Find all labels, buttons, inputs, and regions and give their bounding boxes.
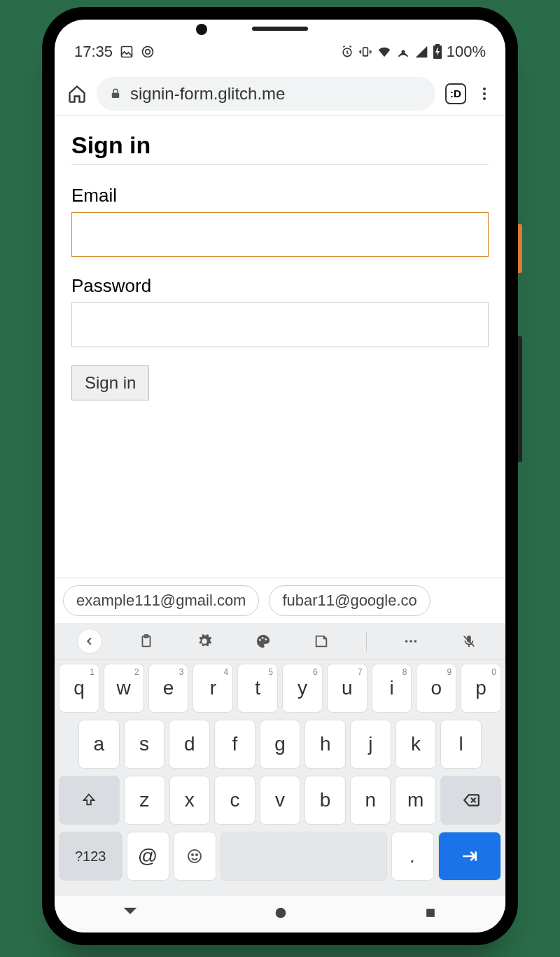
- svg-rect-4: [363, 48, 368, 56]
- svg-point-2: [146, 50, 150, 55]
- key-a[interactable]: a: [78, 720, 120, 769]
- shift-key[interactable]: [59, 776, 120, 825]
- page-title: Sign in: [71, 132, 489, 165]
- svg-point-25: [276, 907, 286, 918]
- alarm-icon: [340, 45, 354, 59]
- svg-point-19: [414, 640, 417, 643]
- svg-rect-8: [112, 92, 120, 98]
- key-y[interactable]: 6y: [282, 664, 323, 713]
- key-f[interactable]: f: [214, 720, 255, 769]
- key-k[interactable]: k: [396, 720, 437, 769]
- on-screen-keyboard: 1q2w3e4r5t6y7u8i9o0p asdfghjkl zxcvbnm ?…: [55, 623, 505, 895]
- svg-point-9: [483, 88, 486, 90]
- key-g[interactable]: g: [260, 720, 301, 769]
- svg-point-1: [143, 47, 153, 57]
- svg-point-18: [410, 640, 412, 643]
- svg-point-14: [259, 638, 261, 641]
- emoji-key[interactable]: [174, 832, 216, 881]
- home-nav-icon[interactable]: [273, 905, 288, 923]
- power-button: [518, 224, 522, 273]
- key-l[interactable]: l: [440, 720, 482, 769]
- browser-toolbar: signin-form.glitch.me :D: [55, 71, 505, 116]
- toolbar-divider: [366, 631, 367, 651]
- keyboard-row-2: asdfghjkl: [59, 720, 501, 769]
- gear-icon[interactable]: [190, 627, 218, 655]
- key-z[interactable]: z: [124, 776, 165, 825]
- svg-point-17: [405, 640, 408, 643]
- period-key[interactable]: .: [391, 832, 434, 881]
- palette-icon[interactable]: [249, 627, 277, 655]
- key-p[interactable]: 0p: [461, 664, 501, 713]
- email-field[interactable]: [71, 212, 489, 257]
- svg-point-22: [188, 850, 201, 862]
- svg-point-24: [196, 854, 197, 855]
- front-camera: [196, 24, 207, 35]
- status-time: 17:35: [74, 43, 113, 61]
- autofill-suggestions: example111@gmail.com fubar11@google.co: [55, 578, 505, 623]
- key-e[interactable]: 3e: [148, 664, 189, 713]
- svg-rect-0: [122, 47, 132, 57]
- sticker-icon[interactable]: [307, 627, 335, 655]
- svg-rect-26: [426, 909, 435, 917]
- key-h[interactable]: h: [304, 720, 346, 769]
- back-nav-icon[interactable]: [122, 905, 138, 923]
- suggestion-chip[interactable]: example111@gmail.com: [63, 585, 259, 616]
- menu-dots-icon[interactable]: [476, 85, 493, 102]
- earpiece-speaker: [252, 27, 308, 31]
- recent-nav-icon[interactable]: [424, 906, 438, 923]
- svg-rect-7: [435, 44, 440, 46]
- url-text: signin-form.glitch.me: [130, 84, 285, 104]
- key-x[interactable]: x: [169, 776, 211, 825]
- keyboard-row-3: zxcvbnm: [59, 776, 501, 825]
- key-c[interactable]: c: [214, 776, 255, 825]
- key-u[interactable]: 7u: [327, 664, 368, 713]
- address-bar[interactable]: signin-form.glitch.me: [97, 77, 435, 111]
- key-o[interactable]: 9o: [416, 664, 456, 713]
- volume-button: [518, 336, 522, 462]
- enter-key[interactable]: [438, 832, 502, 881]
- hotspot-icon: [396, 45, 410, 59]
- suggestion-chip[interactable]: fubar11@google.co: [269, 585, 430, 616]
- android-navbar: [55, 895, 505, 932]
- svg-point-16: [265, 638, 267, 640]
- more-dots-icon[interactable]: [397, 627, 425, 655]
- signin-button[interactable]: Sign in: [71, 365, 149, 400]
- key-i[interactable]: 8i: [372, 664, 412, 713]
- password-label: Password: [71, 275, 489, 297]
- key-j[interactable]: j: [350, 720, 391, 769]
- key-v[interactable]: v: [260, 776, 301, 825]
- key-w[interactable]: 2w: [104, 664, 144, 713]
- key-r[interactable]: 4r: [192, 664, 233, 713]
- svg-point-11: [483, 97, 486, 100]
- lock-icon: [109, 88, 122, 100]
- svg-point-5: [402, 50, 404, 53]
- at-key[interactable]: @: [127, 832, 169, 881]
- key-d[interactable]: d: [169, 720, 210, 769]
- keyboard-toolbar: [55, 623, 505, 659]
- key-q[interactable]: 1q: [59, 664, 99, 713]
- tabs-button[interactable]: :D: [445, 83, 466, 104]
- home-icon[interactable]: [67, 84, 87, 104]
- vibrate-icon: [358, 45, 372, 59]
- data-saver-icon: [141, 45, 155, 59]
- status-bar: 17:35: [55, 32, 505, 71]
- collapse-toolbar-icon[interactable]: [77, 629, 102, 654]
- svg-point-10: [483, 92, 486, 95]
- image-icon: [120, 45, 134, 59]
- email-label: Email: [71, 185, 489, 207]
- password-field[interactable]: [71, 302, 489, 347]
- backspace-key[interactable]: [440, 776, 501, 825]
- key-n[interactable]: n: [350, 776, 391, 825]
- space-key[interactable]: [220, 832, 387, 881]
- key-t[interactable]: 5t: [237, 664, 278, 713]
- svg-point-23: [192, 854, 193, 855]
- mic-off-icon[interactable]: [455, 627, 483, 655]
- key-m[interactable]: m: [395, 776, 436, 825]
- key-s[interactable]: s: [124, 720, 165, 769]
- symbols-key[interactable]: ?123: [59, 832, 122, 881]
- page-content: Sign in Email Password Sign in: [55, 116, 505, 578]
- signal-icon: [414, 45, 428, 59]
- key-b[interactable]: b: [304, 776, 346, 825]
- clipboard-icon[interactable]: [132, 627, 160, 655]
- keyboard-row-4: ?123 @ .: [59, 832, 501, 881]
